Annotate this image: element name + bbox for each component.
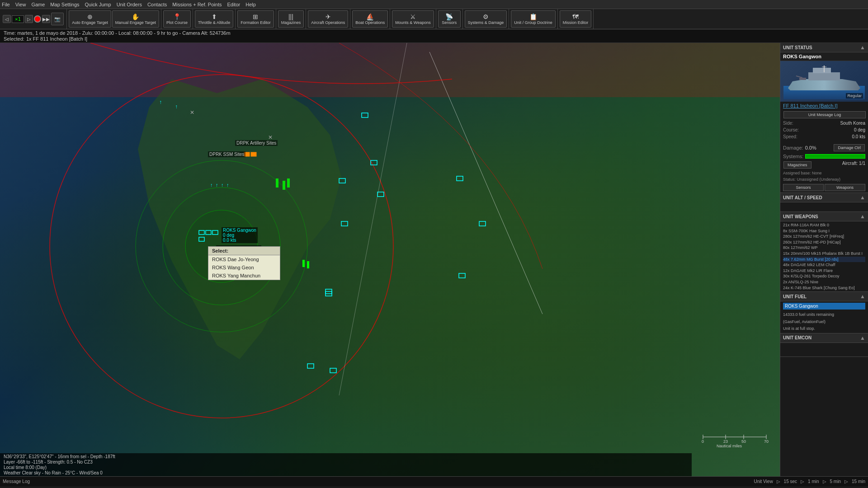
time-nav-icon-3[interactable]: ▷ xyxy=(844,479,848,484)
magazines-panel-button[interactable]: Magazines xyxy=(783,161,811,169)
formation-group: ⊞ Formation Editor xyxy=(236,9,276,29)
menu-file[interactable]: File xyxy=(2,2,10,7)
weapon-9[interactable]: 30x K/SLQ-261 Torpedo Decoy xyxy=(783,273,865,279)
boat-ops-group: ⛵ Boat Operations xyxy=(350,9,390,29)
menu-game[interactable]: Game xyxy=(31,2,45,7)
side-label: Side: xyxy=(783,121,793,126)
context-menu-item-0[interactable]: ROKS Dae Jo-Yeong xyxy=(208,255,280,263)
menu-missions[interactable]: Missions + Ref. Points xyxy=(172,2,222,7)
unit-fuel-collapse[interactable]: ▲ xyxy=(860,293,865,300)
unit-alt-speed-collapse[interactable]: ▲ xyxy=(860,194,865,201)
menu-view[interactable]: View xyxy=(15,2,26,7)
boat-ops-button[interactable]: ⛵ Boat Operations xyxy=(352,10,388,28)
sensors-panel-button[interactable]: Sensors xyxy=(783,184,824,191)
menu-contacts[interactable]: Contacts xyxy=(147,2,167,7)
weapon-10[interactable]: 2x AN/SLQ-25 Nixe xyxy=(783,279,865,285)
mission-editor-icon: 🗺 xyxy=(572,13,579,20)
drpk-ssm-label: DPRK SSM Sites xyxy=(208,151,245,157)
throttle-group: ⬆ Throttle & Altitude xyxy=(193,9,236,29)
unit-image: Regular xyxy=(780,61,868,102)
weapon-1[interactable]: 8x SSM-700K Hae Sung I xyxy=(783,228,865,234)
coords-bar: N36°29'33", E125°02'47" - 16nm from sel … xyxy=(0,453,692,476)
mission-editor-button[interactable]: 🗺 Mission Editor xyxy=(560,10,592,28)
rewind-button[interactable]: ◁ xyxy=(3,15,11,23)
weapon-0[interactable]: 21x RIM-116A RAM Blk 0 xyxy=(783,222,865,228)
systems-button[interactable]: ⚙ Systems & Damage xyxy=(465,10,507,28)
plot-course-group: 📍 Plot Course xyxy=(161,9,193,29)
fast-forward-button[interactable]: ▶▶ xyxy=(42,15,50,23)
weapon-3[interactable]: 260x 127mm/62 HE-PD [HiCap] xyxy=(783,239,865,245)
bottom-bar: Message Log Unit View ▷ 15 sec ▷ 1 min ▷… xyxy=(0,476,868,486)
auto-engage-button[interactable]: ⊕ Auto Engage Target xyxy=(69,10,111,28)
systems-bar xyxy=(805,154,865,159)
damage-ctrl-button[interactable]: Damage Ctrl xyxy=(834,144,865,151)
menu-quick-jump[interactable]: Quick Jump xyxy=(85,2,111,7)
unit-emcon-header: UNIT EMCON ▲ xyxy=(780,333,868,343)
weapons-panel-button[interactable]: Weapons xyxy=(825,184,865,191)
formation-button[interactable]: ⊞ Formation Editor xyxy=(237,10,274,28)
fuel-name: ROKS Gangwon xyxy=(783,303,865,310)
time-nav-icon-1[interactable]: ▷ xyxy=(801,479,804,484)
damage-label: Damage: xyxy=(783,145,803,150)
weapon-8[interactable]: 12x DAGAIE Mk2 LIR Flare xyxy=(783,268,865,274)
weapon-7[interactable]: 48x DAGAIE Mk2 LEM Chaff xyxy=(783,262,865,268)
time-15sec[interactable]: 15 sec xyxy=(784,479,797,484)
weapon-6[interactable]: 48x 7.62mm MG Burst [20 rds] xyxy=(783,257,865,263)
unit-status-header: UNIT STATUS ▲ xyxy=(780,43,868,52)
unit-status-name: ROKS Gangwon xyxy=(780,52,868,61)
doctrine-button[interactable]: 📋 Unit / Group Doctrine xyxy=(511,10,556,28)
plot-course-button[interactable]: 📍 Plot Course xyxy=(163,10,191,28)
time-1min[interactable]: 1 min xyxy=(808,479,819,484)
svg-line-54 xyxy=(796,76,802,78)
aircraft-ops-button[interactable]: ✈ Aircraft Operations xyxy=(308,10,348,28)
weapon-11[interactable]: 24x K-745 Blue Shark [Chung Sang Eo] xyxy=(783,285,865,291)
manual-engage-button[interactable]: ✋ Manual Engage Target xyxy=(112,10,159,28)
sensors-icon: 📡 xyxy=(445,13,453,20)
play-button[interactable]: ▷ xyxy=(25,15,33,23)
svg-rect-53 xyxy=(799,78,806,80)
speed-value: 0.0 kts xyxy=(852,134,865,139)
weapon-5[interactable]: 15x 20mm/100 Mk15 Phalanx Blk 1B Burst I xyxy=(783,251,865,257)
mounts-label: Mounts & Weapons xyxy=(395,21,430,25)
throttle-button[interactable]: ⬆ Throttle & Altitude xyxy=(195,10,233,28)
unit-class-link[interactable]: FF 811 Incheon [Batch I] xyxy=(780,102,868,110)
context-menu-item-2[interactable]: ROKS Yang Manchun xyxy=(208,272,280,280)
time-15min[interactable]: 15 min xyxy=(852,479,865,484)
unit-status-collapse[interactable]: ▲ xyxy=(860,44,865,51)
auto-engage-group: ⊕ Auto Engage Target ✋ Manual Engage Tar… xyxy=(67,9,161,29)
magazines-button[interactable]: ||| Magazines xyxy=(278,10,304,28)
time-nav-icon-0[interactable]: ▷ xyxy=(777,479,780,484)
weapon-4[interactable]: 80x 127mm/62 WP xyxy=(783,245,865,251)
menu-unit-orders[interactable]: Unit Orders xyxy=(117,2,142,7)
svg-text:23: 23 xyxy=(723,439,728,444)
time-line: Time: martes, 1 de mayo de 2018 - Zulu: … xyxy=(4,30,864,36)
selected-label: Selected: xyxy=(4,36,24,42)
camera-button[interactable]: 📷 xyxy=(51,13,64,25)
map-area[interactable]: ↑ ↑ ↑ ↑ ↑ ↑ xyxy=(0,43,780,476)
gangwon-name: ROKS Gangwon xyxy=(223,228,256,233)
right-panel: UNIT STATUS ▲ ROKS Gangwon xyxy=(780,43,868,476)
menu-map-settings[interactable]: Map Settings xyxy=(50,2,79,7)
message-log-button[interactable]: Unit Message Log xyxy=(783,111,866,118)
context-menu-item-1[interactable]: ROKS Wang Geon xyxy=(208,263,280,272)
sensors-button[interactable]: 📡 Sensors xyxy=(438,10,461,28)
menu-help[interactable]: Help xyxy=(245,2,256,7)
menu-editor[interactable]: Editor xyxy=(227,2,240,7)
time-nav-icon-2[interactable]: ▷ xyxy=(823,479,826,484)
time-5min[interactable]: 5 min xyxy=(830,479,841,484)
record-button[interactable] xyxy=(34,15,41,23)
course-value: 0 deg xyxy=(854,127,865,132)
svg-marker-48 xyxy=(788,79,860,90)
message-log-label: Message Log xyxy=(3,479,30,484)
info-bar: Time: martes, 1 de mayo de 2018 - Zulu: … xyxy=(0,29,868,43)
assigned-base: Assigned base: None xyxy=(780,170,868,176)
weapon-2[interactable]: 280x 127mm/62 HE-CVT [HiFreq] xyxy=(783,234,865,239)
unit-emcon-collapse[interactable]: ▲ xyxy=(860,335,865,341)
boat-ops-label: Boat Operations xyxy=(355,21,385,25)
systems-row: Systems: xyxy=(780,153,868,160)
mounts-button[interactable]: ⚔ Mounts & Weapons xyxy=(392,10,434,28)
unit-emcon-title: UNIT EMCON xyxy=(783,335,811,340)
toolbar: ◁ ×1 ▷ ▶▶ 📷 ⊕ Auto Engage Target ✋ Manua… xyxy=(0,9,868,29)
unit-weapons-collapse[interactable]: ▲ xyxy=(860,213,865,220)
manual-engage-label: Manual Engage Target xyxy=(115,21,156,25)
